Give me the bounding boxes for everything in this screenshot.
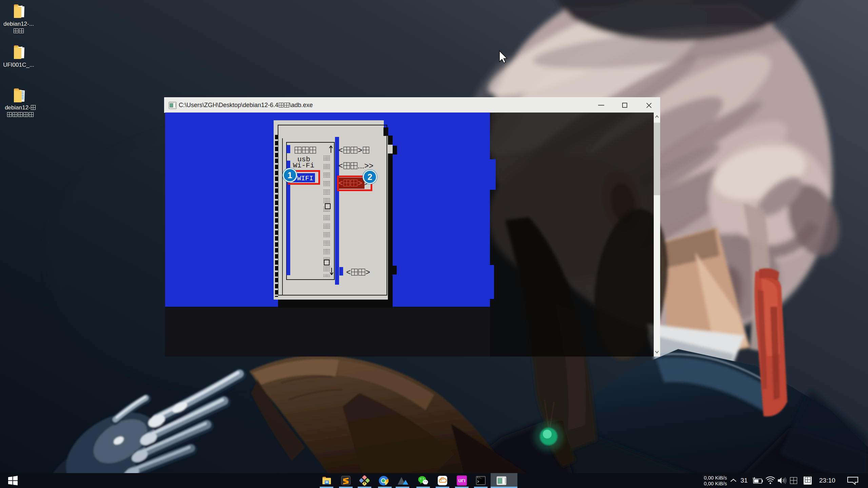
svg-text:C:\_: C:\_ xyxy=(477,477,482,479)
svg-text:UΓI: UΓI xyxy=(458,478,466,483)
